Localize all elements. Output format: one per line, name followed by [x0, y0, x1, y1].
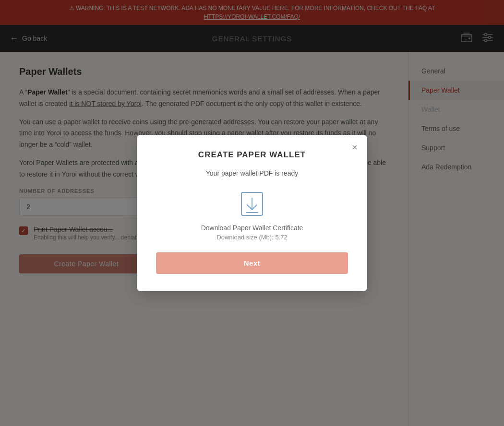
download-label: Download Paper Wallet Certificate: [201, 224, 303, 232]
download-certificate-button[interactable]: Download Paper Wallet Certificate Downlo…: [156, 189, 348, 241]
modal-close-button[interactable]: ×: [352, 142, 358, 152]
modal-overlay: × CREATE PAPER WALLET Your paper wallet …: [0, 0, 504, 426]
download-icon: [237, 189, 267, 219]
create-paper-wallet-modal: × CREATE PAPER WALLET Your paper wallet …: [137, 135, 367, 291]
modal-subtitle: Your paper wallet PDF is ready: [156, 169, 348, 177]
download-size: Download size (Mb): 5.72: [216, 234, 287, 241]
modal-title: CREATE PAPER WALLET: [156, 150, 348, 160]
modal-next-button[interactable]: Next: [156, 252, 348, 274]
